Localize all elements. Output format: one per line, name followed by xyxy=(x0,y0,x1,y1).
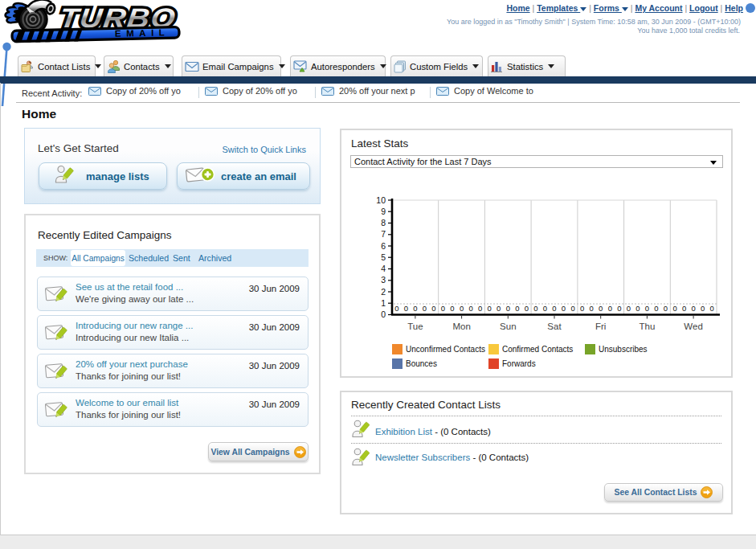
svg-text:0: 0 xyxy=(635,304,640,313)
svg-text:0: 0 xyxy=(506,304,510,313)
svg-text:0: 0 xyxy=(431,304,435,313)
svg-text:2: 2 xyxy=(381,287,386,297)
svg-text:0: 0 xyxy=(654,304,658,313)
svg-text:0: 0 xyxy=(468,304,472,313)
svg-text:Wed: Wed xyxy=(684,322,702,331)
svg-text:0: 0 xyxy=(515,304,519,313)
svg-text:0: 0 xyxy=(423,304,427,313)
svg-text:0: 0 xyxy=(580,304,584,313)
svg-text:4: 4 xyxy=(381,264,386,273)
svg-text:0: 0 xyxy=(664,304,668,313)
svg-text:0: 0 xyxy=(682,304,686,313)
svg-text:1: 1 xyxy=(381,298,386,308)
svg-text:8: 8 xyxy=(381,218,386,227)
svg-text:7: 7 xyxy=(381,229,386,239)
svg-text:9: 9 xyxy=(381,207,386,216)
svg-text:Thu: Thu xyxy=(639,322,655,331)
svg-text:0: 0 xyxy=(710,304,714,313)
svg-text:0: 0 xyxy=(394,304,398,313)
svg-text:0: 0 xyxy=(460,304,464,313)
svg-text:0: 0 xyxy=(645,304,649,313)
svg-text:0: 0 xyxy=(413,304,417,313)
svg-text:0: 0 xyxy=(543,304,547,313)
svg-text:0: 0 xyxy=(488,304,492,313)
svg-text:0: 0 xyxy=(381,309,386,319)
svg-text:10: 10 xyxy=(376,195,386,205)
svg-text:Fri: Fri xyxy=(595,322,606,331)
svg-text:0: 0 xyxy=(552,304,556,313)
svg-text:0: 0 xyxy=(562,304,566,313)
svg-text:Mon: Mon xyxy=(452,322,470,331)
svg-text:3: 3 xyxy=(381,275,386,285)
svg-text:0: 0 xyxy=(497,304,501,313)
svg-text:Sat: Sat xyxy=(547,322,562,331)
svg-text:0: 0 xyxy=(599,304,603,313)
svg-text:0: 0 xyxy=(672,304,676,313)
svg-text:0: 0 xyxy=(691,304,695,313)
svg-text:5: 5 xyxy=(381,252,386,262)
svg-text:0: 0 xyxy=(608,304,612,313)
svg-text:0: 0 xyxy=(404,304,408,313)
svg-text:0: 0 xyxy=(441,304,445,313)
svg-text:0: 0 xyxy=(570,304,574,313)
svg-text:Sun: Sun xyxy=(500,322,516,331)
svg-text:6: 6 xyxy=(381,241,386,251)
svg-text:0: 0 xyxy=(525,304,529,313)
svg-text:0: 0 xyxy=(590,304,594,313)
svg-text:0: 0 xyxy=(627,304,631,313)
svg-text:Tue: Tue xyxy=(407,322,423,331)
svg-text:0: 0 xyxy=(617,304,621,313)
svg-text:0: 0 xyxy=(533,304,537,313)
svg-text:0: 0 xyxy=(701,304,705,313)
svg-text:EMAIL: EMAIL xyxy=(115,27,170,39)
svg-text:0: 0 xyxy=(450,304,454,313)
svg-text:0: 0 xyxy=(478,304,482,313)
